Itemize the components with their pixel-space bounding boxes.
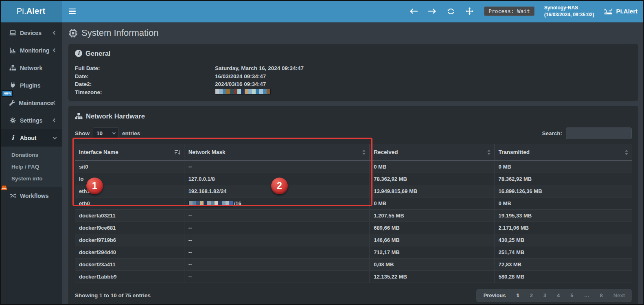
table-row: dockerf1abbb9--12.135,22 MB580,28 MB xyxy=(75,271,632,283)
chevron-left-icon xyxy=(53,48,57,53)
cell-network-mask: /16 xyxy=(184,197,370,210)
wrench-icon xyxy=(8,100,16,106)
cell-interface-name: eth1 xyxy=(75,185,184,197)
sitemap-icon xyxy=(75,113,83,120)
table-row: eth0/160 MB0 MB xyxy=(75,197,632,210)
chevron-down-icon xyxy=(112,131,116,134)
pagination-page-…[interactable]: … xyxy=(579,290,595,301)
show-label: Show xyxy=(75,130,90,136)
cell-network-mask: -- xyxy=(184,246,370,259)
sidebar-subitem-donations[interactable]: Donations xyxy=(0,149,62,161)
brand-label: Pi.Alert xyxy=(616,8,637,15)
cell-network-mask: 127.0.0.1/8 xyxy=(184,173,370,185)
redacted-eth0-mask xyxy=(188,201,233,206)
cell-interface-name: sit0 xyxy=(75,160,184,173)
top-navbar: Pi.Alert Process: Wait Synology-NAS (16/… xyxy=(0,0,644,22)
page-size-value: 10 xyxy=(96,130,103,136)
redacted-mask: /16 xyxy=(188,200,366,206)
field-value: Saturday, March 16, 2024 09:34:47 xyxy=(215,64,632,72)
pagination: Previous12345…8Next xyxy=(476,289,632,302)
construction-vest-icon xyxy=(0,184,8,191)
sort-icon[interactable] xyxy=(624,149,629,155)
sidebar-item-network[interactable]: Network xyxy=(0,59,62,77)
cell-transmitted: 430,25 MB xyxy=(494,234,632,246)
sidebar-item-label: Workflows xyxy=(20,193,58,199)
pagination-page-3[interactable]: 3 xyxy=(538,290,552,301)
cell-network-mask: -- xyxy=(184,160,370,173)
column-header-interface-name[interactable]: Interface Name xyxy=(75,144,184,160)
sidebar-item-label: Maintenance xyxy=(19,100,53,106)
process-status-badge: Process: Wait xyxy=(484,7,534,16)
table-row: dockerf9ce681--689,66 MB2.171,06 MB xyxy=(75,222,632,234)
cell-interface-name: dockerf23a411 xyxy=(75,259,184,271)
app-logo[interactable]: Pi.Alert xyxy=(0,0,62,22)
sidebar-item-label: About xyxy=(20,135,53,141)
sidebar-item-monitoring[interactable]: Monitoring xyxy=(0,42,62,59)
sidebar-subitem-system-info[interactable]: System info xyxy=(0,173,62,184)
pagination-page-8[interactable]: 8 xyxy=(595,290,608,301)
interfaces-table: Interface NameNetwork MaskReceivedTransm… xyxy=(75,144,632,283)
cell-interface-name: dockerfa03211 xyxy=(75,210,184,222)
search-input[interactable] xyxy=(566,127,632,139)
sidebar-item-label: Devices xyxy=(20,30,53,36)
back-arrow-icon[interactable] xyxy=(409,7,418,16)
menu-toggle-icon[interactable] xyxy=(62,0,82,22)
table-row: sit0--0 MB0 MB xyxy=(75,160,632,173)
column-header-received[interactable]: Received xyxy=(370,144,494,160)
sidebar-item-label: Settings xyxy=(20,117,53,124)
cell-transmitted: 0 MB xyxy=(494,197,632,210)
sidebar-item-maintenance[interactable]: NEWMaintenance xyxy=(0,94,62,112)
entries-label: entries xyxy=(122,130,140,136)
page-title: System Information xyxy=(81,28,159,38)
forward-arrow-icon[interactable] xyxy=(428,7,437,16)
field-label: Date: xyxy=(75,72,215,81)
pagination-page-5[interactable]: 5 xyxy=(565,290,578,301)
field-label: Date2: xyxy=(75,80,215,88)
sidebar-item-about[interactable]: iAbout xyxy=(0,129,62,147)
cell-received: 712,17 MB xyxy=(370,246,494,259)
cell-transmitted: 2.171,06 MB xyxy=(494,222,632,234)
sort-icon[interactable] xyxy=(487,149,491,155)
pagination-previous[interactable]: Previous xyxy=(478,290,511,301)
field-label: Full Date: xyxy=(75,64,215,72)
network-hardware-title: Network Hardware xyxy=(86,112,145,120)
sort-desc-icon[interactable] xyxy=(174,149,181,155)
cell-received: 689,66 MB xyxy=(370,222,494,234)
cell-received: 0 MB xyxy=(370,160,494,173)
refresh-icon[interactable] xyxy=(447,7,456,16)
pagination-next[interactable]: Next xyxy=(608,290,630,301)
cell-interface-name: dockerf9ce681 xyxy=(75,222,184,234)
cell-interface-name: dockerf294d40 xyxy=(75,246,184,259)
column-header-transmitted[interactable]: Transmitted xyxy=(494,144,632,160)
showing-entries-text: Showing 1 to 10 of 75 entries xyxy=(75,292,151,298)
field-value: 16/03/2024 09:34:47 xyxy=(215,72,632,81)
sidebar-subitem-help-faq[interactable]: Help / FAQ xyxy=(0,161,62,173)
move-icon[interactable] xyxy=(465,7,474,16)
general-panel: i General Full Date:Saturday, March 16, … xyxy=(68,44,638,101)
mask-suffix: /16 xyxy=(234,200,241,206)
laptop-icon xyxy=(8,30,17,36)
sidebar-item-settings[interactable]: Settings xyxy=(0,112,62,129)
cell-network-mask: -- xyxy=(184,259,370,271)
sort-icon[interactable] xyxy=(362,149,366,155)
general-field-row: Full Date:Saturday, March 16, 2024 09:34… xyxy=(75,64,632,72)
sidebar-item-devices[interactable]: Devices xyxy=(0,24,62,42)
search-label: Search: xyxy=(542,130,562,136)
sidebar-item-label: Network xyxy=(20,65,58,71)
cell-network-mask: -- xyxy=(184,234,370,246)
pagination-page-2[interactable]: 2 xyxy=(525,290,538,301)
sidebar-item-workflows[interactable]: Workflows xyxy=(0,187,62,204)
general-fields: Full Date:Saturday, March 16, 2024 09:34… xyxy=(75,64,632,96)
new-badge: NEW xyxy=(2,90,13,97)
cell-transmitted: 16.899.126,36 MB xyxy=(494,185,632,197)
pagination-page-4[interactable]: 4 xyxy=(552,290,565,301)
cell-received: 13.949.815,69 MB xyxy=(370,185,494,197)
page-size-select[interactable]: 10 xyxy=(93,127,119,139)
column-header-network-mask[interactable]: Network Mask xyxy=(184,144,370,160)
pagination-page-1[interactable]: 1 xyxy=(511,290,524,301)
sidebar-item-label: Monitoring xyxy=(20,47,53,54)
shuffle-icon xyxy=(8,193,17,198)
cell-network-mask: 192.168.1.82/24 xyxy=(184,185,370,197)
logo-prefix: Pi. xyxy=(17,7,26,16)
field-value xyxy=(215,88,632,97)
